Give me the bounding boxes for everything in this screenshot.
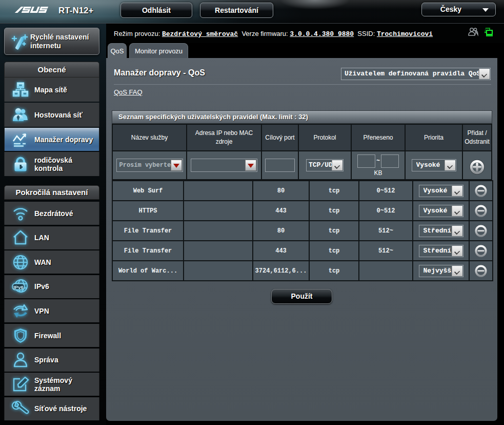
svg-text:IPv6: IPv6 [13,284,24,290]
